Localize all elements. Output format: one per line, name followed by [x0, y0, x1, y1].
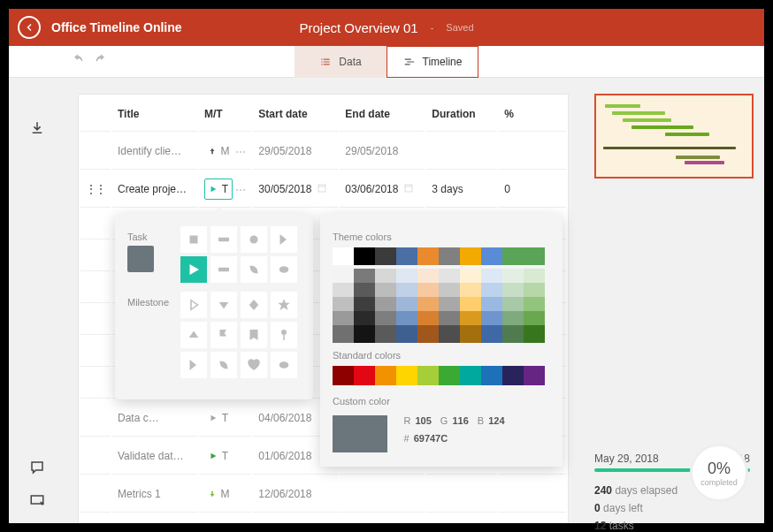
row-handle[interactable]: [80, 209, 111, 239]
milestone-shape-option[interactable]: [180, 352, 207, 378]
table-row[interactable]: Metrics 1 M 12/06/2018: [80, 476, 566, 513]
mt-indicator[interactable]: M: [204, 483, 233, 505]
milestone-shape-option[interactable]: [241, 292, 267, 318]
milestone-shape-option[interactable]: [241, 322, 267, 348]
color-swatch[interactable]: [502, 366, 524, 385]
color-swatch[interactable]: [375, 366, 396, 385]
cell-duration[interactable]: [426, 133, 497, 170]
cell-mt[interactable]: M ⋯: [199, 133, 251, 170]
milestone-shape-option[interactable]: [210, 322, 237, 348]
col-start[interactable]: Start date: [253, 96, 338, 132]
col-title[interactable]: Title: [112, 96, 197, 132]
color-swatch[interactable]: [481, 325, 502, 343]
milestone-shape-option[interactable]: [210, 292, 237, 318]
color-swatch[interactable]: [396, 366, 417, 385]
row-handle[interactable]: [80, 514, 111, 523]
color-swatch[interactable]: [524, 325, 545, 343]
color-swatch[interactable]: [333, 247, 354, 265]
row-handle[interactable]: [80, 273, 111, 303]
task-shape-option[interactable]: [241, 226, 267, 253]
redo-button[interactable]: [94, 53, 108, 71]
milestone-shape-option[interactable]: [241, 352, 267, 378]
task-color-swatch[interactable]: [127, 246, 154, 272]
color-swatch[interactable]: [333, 325, 354, 343]
color-swatch[interactable]: [524, 366, 545, 385]
calendar-icon[interactable]: [403, 183, 414, 196]
color-swatch[interactable]: [375, 247, 396, 265]
tab-timeline[interactable]: Timeline: [386, 46, 478, 78]
color-swatch[interactable]: [375, 325, 396, 343]
custom-color-swatch[interactable]: [333, 415, 387, 452]
mt-indicator[interactable]: T: [204, 179, 233, 200]
row-handle[interactable]: [80, 400, 111, 437]
milestone-shape-option[interactable]: [180, 322, 207, 348]
row-handle[interactable]: [80, 241, 111, 271]
milestone-shape-option[interactable]: [271, 352, 297, 378]
cell-end[interactable]: [340, 514, 425, 523]
cell-start[interactable]: 29/05/2018: [253, 133, 338, 170]
download-button[interactable]: [26, 117, 49, 140]
calendar-icon[interactable]: [317, 183, 327, 196]
timeline-thumbnail[interactable]: [594, 94, 754, 179]
color-swatch[interactable]: [502, 325, 524, 343]
milestone-shape-option[interactable]: [180, 292, 207, 318]
col-mt[interactable]: M/T: [199, 96, 251, 132]
task-shape-option[interactable]: [271, 226, 297, 253]
row-handle[interactable]: [80, 305, 111, 335]
mt-indicator[interactable]: T: [204, 407, 233, 429]
undo-button[interactable]: [71, 53, 85, 71]
cell-title[interactable]: Validate dat…: [112, 438, 197, 475]
document-title[interactable]: Project Overview 01: [299, 20, 417, 35]
present-button[interactable]: [26, 490, 49, 513]
col-end[interactable]: End date: [340, 96, 425, 132]
table-row[interactable]: Identify clie… M ⋯ 29/05/2018 29/05/2018: [80, 133, 566, 170]
cell-mt[interactable]: T: [199, 400, 251, 437]
cell-start[interactable]: 13/06/2018: [253, 514, 338, 523]
cell-pct[interactable]: [499, 514, 566, 523]
color-swatch[interactable]: [417, 366, 439, 385]
cell-title[interactable]: Create proje…: [112, 171, 197, 208]
cell-mt[interactable]: T: [199, 438, 251, 475]
task-shape-option[interactable]: [210, 256, 237, 283]
cell-pct[interactable]: [499, 476, 566, 513]
color-swatch[interactable]: [439, 247, 460, 265]
mt-indicator[interactable]: T: [204, 445, 233, 467]
color-swatch[interactable]: [417, 247, 439, 265]
cell-mt[interactable]: T: [199, 514, 251, 523]
color-swatch[interactable]: [354, 366, 375, 385]
cell-mt[interactable]: M: [199, 476, 251, 513]
milestone-shape-option[interactable]: [271, 322, 297, 348]
cell-mt[interactable]: T ⋯: [199, 171, 251, 208]
cell-end[interactable]: 03/06/2018: [340, 171, 425, 208]
row-handle[interactable]: [80, 133, 111, 170]
color-swatch[interactable]: [354, 325, 375, 343]
col-duration[interactable]: Duration: [426, 96, 497, 132]
cell-start[interactable]: 12/06/2018: [253, 476, 338, 513]
cell-title[interactable]: Metrics 1: [112, 476, 197, 513]
color-swatch[interactable]: [396, 247, 417, 265]
cell-title[interactable]: Identify clie…: [112, 133, 197, 170]
row-handle[interactable]: [80, 476, 111, 513]
back-button[interactable]: [18, 16, 41, 39]
cell-duration[interactable]: [426, 514, 497, 523]
color-swatch[interactable]: [396, 325, 417, 343]
task-shape-option[interactable]: [210, 226, 237, 253]
cell-pct[interactable]: [499, 133, 566, 170]
color-swatch[interactable]: [460, 247, 481, 265]
cell-duration[interactable]: [426, 476, 497, 513]
color-swatch[interactable]: [460, 366, 481, 385]
color-swatch[interactable]: [439, 366, 460, 385]
color-swatch[interactable]: [333, 366, 354, 385]
task-shape-option[interactable]: [241, 256, 267, 283]
cell-end[interactable]: 29/05/2018: [340, 133, 425, 170]
row-handle[interactable]: ⋮⋮: [80, 171, 111, 208]
feedback-button[interactable]: [26, 456, 49, 479]
color-swatch[interactable]: [481, 247, 502, 265]
color-swatch[interactable]: [524, 247, 545, 265]
table-row[interactable]: Analysis T 13/06/2018: [80, 514, 566, 523]
col-pct[interactable]: %: [499, 96, 566, 132]
row-handle[interactable]: [80, 369, 111, 399]
cell-duration[interactable]: 3 days: [426, 171, 497, 208]
milestone-shape-option[interactable]: [271, 292, 297, 318]
cell-pct[interactable]: 0: [499, 171, 566, 208]
